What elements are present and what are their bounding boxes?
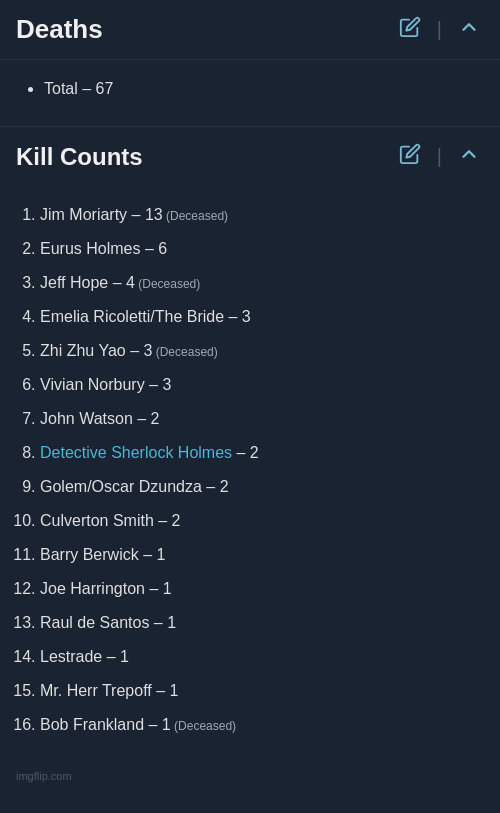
list-item: Detective Sherlock Holmes – 2 xyxy=(40,436,488,470)
deceased-tag: (Deceased) xyxy=(163,209,228,223)
list-item: Barry Berwick – 1 xyxy=(40,538,488,572)
list-item: Joe Harrington – 1 xyxy=(40,572,488,606)
list-item: Bob Frankland – 1 (Deceased) xyxy=(40,708,488,742)
total-item: Total – 67 xyxy=(44,72,476,106)
kill-counts-header-icons: | xyxy=(395,139,484,174)
list-item: Jeff Hope – 4 (Deceased) xyxy=(40,266,488,300)
list-item: Vivian Norbury – 3 xyxy=(40,368,488,402)
list-item: Raul de Santos – 1 xyxy=(40,606,488,640)
kill-counts-header: Kill Counts | xyxy=(0,126,500,186)
deaths-divider: | xyxy=(433,18,446,41)
kill-counts-collapse-button[interactable] xyxy=(454,139,484,174)
deaths-header: Deaths | xyxy=(0,0,500,60)
kill-counts-title: Kill Counts xyxy=(16,143,143,171)
deceased-tag: (Deceased) xyxy=(152,345,217,359)
list-item: Emelia Ricoletti/The Bride – 3 xyxy=(40,300,488,334)
list-item: Eurus Holmes – 6 xyxy=(40,232,488,266)
kill-counts-content: Jim Moriarty – 13 (Deceased)Eurus Holmes… xyxy=(0,186,500,762)
deaths-edit-button[interactable] xyxy=(395,12,425,47)
deceased-tag: (Deceased) xyxy=(171,719,236,733)
list-item: Golem/Oscar Dzundza – 2 xyxy=(40,470,488,504)
list-item: Mr. Herr Trepoff – 1 xyxy=(40,674,488,708)
list-item: John Watson – 2 xyxy=(40,402,488,436)
kill-counts-edit-button[interactable] xyxy=(395,139,425,174)
deaths-title: Deaths xyxy=(16,14,103,45)
list-item: Lestrade – 1 xyxy=(40,640,488,674)
list-item: Zhi Zhu Yao – 3 (Deceased) xyxy=(40,334,488,368)
deaths-collapse-button[interactable] xyxy=(454,12,484,47)
deaths-header-icons: | xyxy=(395,12,484,47)
kill-counts-divider: | xyxy=(433,145,446,168)
footer: imgflip.com xyxy=(0,762,500,790)
deaths-content: Total – 67 xyxy=(0,60,500,126)
list-item: Jim Moriarty – 13 (Deceased) xyxy=(40,198,488,232)
list-item: Culverton Smith – 2 xyxy=(40,504,488,538)
kill-counts-link[interactable]: Detective Sherlock Holmes xyxy=(40,444,232,461)
deceased-tag: (Deceased) xyxy=(135,277,200,291)
